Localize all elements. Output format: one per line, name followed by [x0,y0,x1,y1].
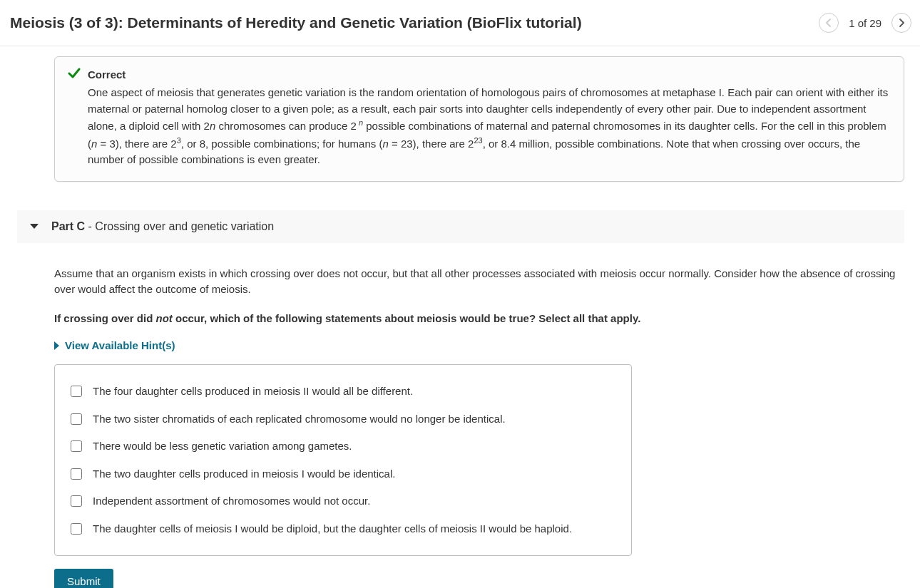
pagination-nav: 1 of 29 [819,13,911,33]
hints-toggle[interactable]: View Available Hint(s) [54,339,904,351]
option-row[interactable]: There would be less genetic variation am… [68,433,618,460]
page-count: 1 of 29 [844,17,886,29]
hints-label: View Available Hint(s) [65,339,175,351]
option-checkbox[interactable] [71,495,82,507]
chevron-left-icon [826,19,832,27]
part-c-question: If crossing over did not occur, which of… [54,311,904,327]
options-box: The four daughter cells produced in meio… [54,364,632,556]
option-row[interactable]: The two sister chromatids of each replic… [68,406,618,433]
option-checkbox[interactable] [71,523,82,535]
chevron-right-icon [899,19,904,27]
part-c-title: Part C - Crossing over and genetic varia… [51,220,274,233]
option-row[interactable]: The two daughter cells produced in meios… [68,460,618,488]
page-header: Meiosis (3 of 3): Determinants of Heredi… [0,0,920,46]
option-label: There would be less genetic variation am… [93,438,352,455]
option-checkbox[interactable] [71,386,82,397]
option-label: Independent assortment of chromosomes wo… [93,493,370,510]
option-checkbox[interactable] [71,440,82,452]
page-title: Meiosis (3 of 3): Determinants of Heredi… [10,14,582,31]
part-c-intro: Assume that an organism exists in which … [54,266,904,298]
prev-button[interactable] [819,13,839,33]
option-label: The daughter cells of meiosis I would be… [93,521,572,537]
part-c-body: Assume that an organism exists in which … [54,266,904,589]
option-row[interactable]: The daughter cells of meiosis I would be… [68,515,618,543]
feedback-box: Correct One aspect of meiosis that gener… [54,56,904,182]
check-icon [68,67,81,82]
option-row[interactable]: Independent assortment of chromosomes wo… [68,488,618,515]
option-row[interactable]: The four daughter cells produced in meio… [68,378,618,406]
submit-button[interactable]: Submit [54,569,113,588]
next-button[interactable] [891,13,911,33]
option-checkbox[interactable] [71,413,82,425]
feedback-header: Correct [68,67,891,82]
caret-down-icon [30,224,39,229]
option-label: The two daughter cells produced in meios… [93,466,395,483]
feedback-status: Correct [88,68,126,81]
feedback-text: One aspect of meiosis that generates gen… [88,85,891,168]
caret-right-icon [54,341,59,350]
option-label: The four daughter cells produced in meio… [93,383,413,400]
option-label: The two sister chromatids of each replic… [93,411,506,428]
part-c-header[interactable]: Part C - Crossing over and genetic varia… [17,210,904,243]
option-checkbox[interactable] [71,468,82,480]
